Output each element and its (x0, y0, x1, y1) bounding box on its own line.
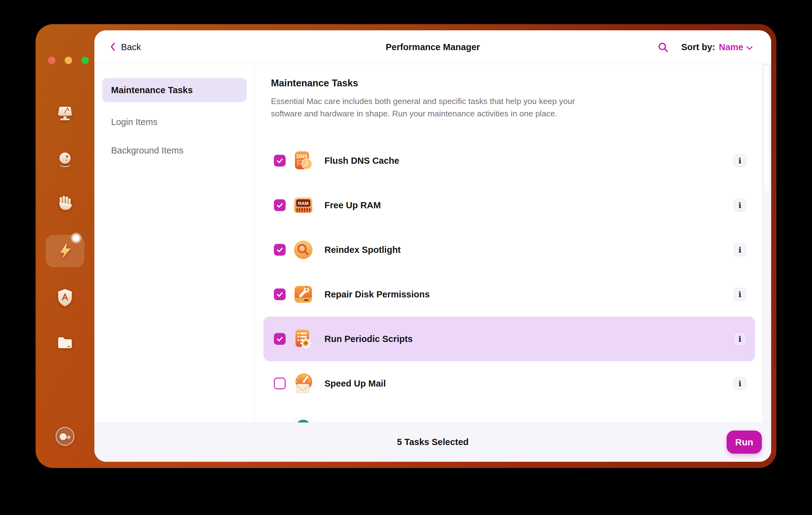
sidebar-item-maintenance-tasks[interactable]: Maintenance Tasks (102, 78, 246, 102)
sidebar-item-background-items[interactable]: Background Items (102, 138, 246, 163)
dns-cache-icon: DNS (292, 150, 314, 171)
sort-value-dropdown[interactable]: Name (719, 42, 753, 52)
section-heading: Maintenance Tasks (271, 78, 358, 89)
main-content: Maintenance Tasks Essential Mac care inc… (255, 64, 772, 462)
sidebar-item-login-items[interactable]: Login Items (102, 110, 246, 134)
svg-text:DNS: DNS (296, 153, 308, 160)
task-checkbox[interactable] (274, 378, 286, 389)
task-row[interactable]: Speed Up Mail i (263, 361, 755, 406)
task-checkbox[interactable] (274, 244, 286, 256)
task-checkbox[interactable] (274, 199, 286, 211)
toolbar: Back Performance Manager Sort by: Name (94, 30, 771, 64)
performance-icon[interactable] (55, 241, 75, 261)
content-panel: Back Performance Manager Sort by: Name (94, 30, 771, 462)
section-description: Essential Mac care includes both general… (271, 95, 608, 120)
assistant-icon[interactable] (55, 150, 75, 170)
section-nav: Maintenance TasksLogin ItemsBackground I… (94, 64, 255, 462)
sidebar-item-active-background (46, 235, 84, 267)
info-icon[interactable]: i (733, 199, 746, 212)
tasks-selected-status: 5 Tasks Selected (94, 423, 771, 462)
task-row[interactable]: RAM Free Up RAM i (263, 183, 755, 227)
footer-bar: 5 Tasks Selected Run (94, 423, 771, 462)
scrollbar-thumb[interactable] (763, 64, 770, 193)
task-label: Speed Up Mail (325, 378, 734, 389)
disk-permissions-icon (292, 284, 314, 305)
task-label: Run Periodic Scripts (325, 334, 734, 344)
task-label: Reindex Spotlight (325, 245, 734, 255)
protection-icon[interactable] (55, 194, 75, 214)
notification-badge (70, 232, 82, 244)
task-label: Free Up RAM (325, 200, 734, 210)
task-checkbox[interactable] (274, 288, 286, 300)
scrollbar-track (762, 64, 771, 423)
speed-up-mail-icon (292, 373, 314, 394)
sidebar-rail (36, 24, 94, 468)
task-row[interactable]: Run Periodic Scripts i (263, 317, 755, 361)
desktop-background: Back Performance Manager Sort by: Name (0, 0, 812, 515)
task-list: DNS Flush DNS Cache i RAM Free Up RAM i … (263, 138, 755, 450)
task-row[interactable]: Reindex Spotlight i (263, 227, 755, 272)
spotlight-icon (292, 239, 314, 261)
sort-by-label: Sort by: (681, 42, 715, 52)
chevron-down-icon (746, 42, 753, 52)
sort-control: Sort by: Name (681, 30, 753, 64)
run-button[interactable]: Run (727, 430, 762, 454)
svg-text:RAM: RAM (298, 201, 308, 206)
task-label: Flush DNS Cache (325, 156, 734, 166)
files-icon[interactable] (55, 333, 75, 353)
info-icon[interactable]: i (733, 243, 746, 256)
info-icon[interactable]: i (733, 377, 746, 390)
task-checkbox[interactable] (274, 333, 286, 345)
task-label: Repair Disk Permissions (325, 289, 734, 299)
task-row[interactable]: Repair Disk Permissions i (263, 272, 755, 317)
account-icon[interactable] (55, 427, 75, 446)
periodic-scripts-icon (292, 328, 314, 350)
info-icon[interactable]: i (733, 154, 746, 167)
task-checkbox[interactable] (274, 155, 286, 167)
info-icon[interactable]: i (733, 288, 746, 301)
applications-icon[interactable] (55, 288, 75, 308)
smart-care-icon[interactable] (55, 104, 75, 124)
sort-value-text: Name (719, 42, 743, 52)
app-window: Back Performance Manager Sort by: Name (36, 24, 776, 468)
search-icon[interactable] (657, 41, 669, 53)
ram-icon: RAM (292, 194, 314, 216)
task-row[interactable]: DNS Flush DNS Cache i (263, 138, 755, 183)
page-title: Performance Manager (94, 30, 771, 64)
info-icon[interactable]: i (733, 333, 746, 345)
